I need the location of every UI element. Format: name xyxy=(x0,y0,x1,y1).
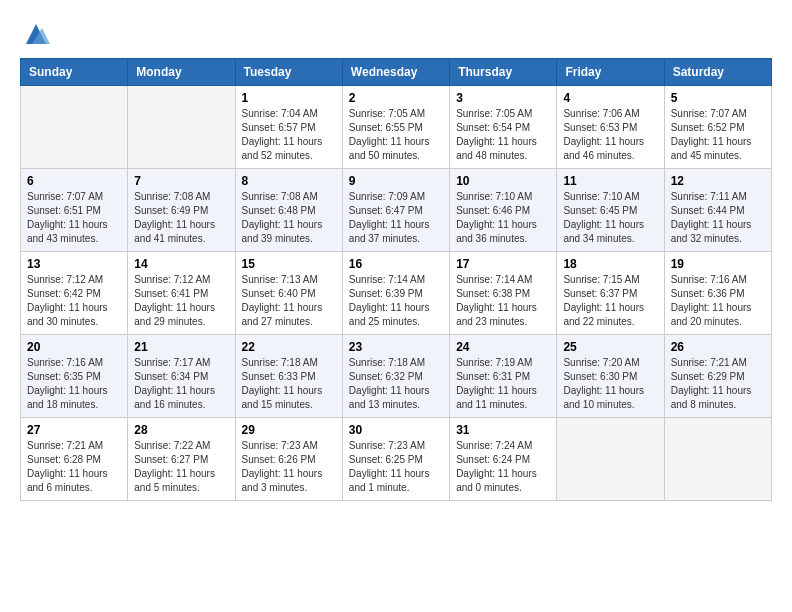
day-detail: Sunrise: 7:18 AMSunset: 6:33 PMDaylight:… xyxy=(242,357,323,410)
calendar-day-cell: 10 Sunrise: 7:10 AMSunset: 6:46 PMDaylig… xyxy=(450,169,557,252)
day-detail: Sunrise: 7:10 AMSunset: 6:45 PMDaylight:… xyxy=(563,191,644,244)
calendar-day-cell: 20 Sunrise: 7:16 AMSunset: 6:35 PMDaylig… xyxy=(21,335,128,418)
calendar-week-row: 20 Sunrise: 7:16 AMSunset: 6:35 PMDaylig… xyxy=(21,335,772,418)
calendar-day-cell: 30 Sunrise: 7:23 AMSunset: 6:25 PMDaylig… xyxy=(342,418,449,501)
day-detail: Sunrise: 7:21 AMSunset: 6:29 PMDaylight:… xyxy=(671,357,752,410)
day-number: 6 xyxy=(27,174,121,188)
calendar-week-row: 13 Sunrise: 7:12 AMSunset: 6:42 PMDaylig… xyxy=(21,252,772,335)
calendar-day-cell: 28 Sunrise: 7:22 AMSunset: 6:27 PMDaylig… xyxy=(128,418,235,501)
day-number: 18 xyxy=(563,257,657,271)
day-detail: Sunrise: 7:05 AMSunset: 6:54 PMDaylight:… xyxy=(456,108,537,161)
day-of-week-header: Monday xyxy=(128,59,235,86)
day-number: 5 xyxy=(671,91,765,105)
day-number: 8 xyxy=(242,174,336,188)
calendar-day-cell: 1 Sunrise: 7:04 AMSunset: 6:57 PMDayligh… xyxy=(235,86,342,169)
day-number: 31 xyxy=(456,423,550,437)
day-number: 9 xyxy=(349,174,443,188)
day-of-week-header: Tuesday xyxy=(235,59,342,86)
day-detail: Sunrise: 7:12 AMSunset: 6:42 PMDaylight:… xyxy=(27,274,108,327)
day-detail: Sunrise: 7:23 AMSunset: 6:25 PMDaylight:… xyxy=(349,440,430,493)
day-number: 1 xyxy=(242,91,336,105)
day-detail: Sunrise: 7:07 AMSunset: 6:52 PMDaylight:… xyxy=(671,108,752,161)
calendar-day-cell: 16 Sunrise: 7:14 AMSunset: 6:39 PMDaylig… xyxy=(342,252,449,335)
day-of-week-header: Friday xyxy=(557,59,664,86)
calendar-week-row: 27 Sunrise: 7:21 AMSunset: 6:28 PMDaylig… xyxy=(21,418,772,501)
day-detail: Sunrise: 7:09 AMSunset: 6:47 PMDaylight:… xyxy=(349,191,430,244)
day-number: 2 xyxy=(349,91,443,105)
calendar-day-cell: 15 Sunrise: 7:13 AMSunset: 6:40 PMDaylig… xyxy=(235,252,342,335)
calendar-day-cell: 4 Sunrise: 7:06 AMSunset: 6:53 PMDayligh… xyxy=(557,86,664,169)
calendar-week-row: 1 Sunrise: 7:04 AMSunset: 6:57 PMDayligh… xyxy=(21,86,772,169)
calendar-day-cell: 27 Sunrise: 7:21 AMSunset: 6:28 PMDaylig… xyxy=(21,418,128,501)
day-number: 7 xyxy=(134,174,228,188)
day-number: 19 xyxy=(671,257,765,271)
day-number: 13 xyxy=(27,257,121,271)
calendar-day-cell: 31 Sunrise: 7:24 AMSunset: 6:24 PMDaylig… xyxy=(450,418,557,501)
calendar-day-cell: 6 Sunrise: 7:07 AMSunset: 6:51 PMDayligh… xyxy=(21,169,128,252)
day-number: 29 xyxy=(242,423,336,437)
day-number: 4 xyxy=(563,91,657,105)
day-detail: Sunrise: 7:17 AMSunset: 6:34 PMDaylight:… xyxy=(134,357,215,410)
day-detail: Sunrise: 7:22 AMSunset: 6:27 PMDaylight:… xyxy=(134,440,215,493)
day-number: 20 xyxy=(27,340,121,354)
calendar-day-cell: 14 Sunrise: 7:12 AMSunset: 6:41 PMDaylig… xyxy=(128,252,235,335)
calendar-day-cell: 13 Sunrise: 7:12 AMSunset: 6:42 PMDaylig… xyxy=(21,252,128,335)
calendar-day-cell: 11 Sunrise: 7:10 AMSunset: 6:45 PMDaylig… xyxy=(557,169,664,252)
day-detail: Sunrise: 7:10 AMSunset: 6:46 PMDaylight:… xyxy=(456,191,537,244)
day-number: 14 xyxy=(134,257,228,271)
day-number: 25 xyxy=(563,340,657,354)
day-detail: Sunrise: 7:16 AMSunset: 6:36 PMDaylight:… xyxy=(671,274,752,327)
day-detail: Sunrise: 7:07 AMSunset: 6:51 PMDaylight:… xyxy=(27,191,108,244)
calendar-day-cell: 18 Sunrise: 7:15 AMSunset: 6:37 PMDaylig… xyxy=(557,252,664,335)
calendar-day-cell: 29 Sunrise: 7:23 AMSunset: 6:26 PMDaylig… xyxy=(235,418,342,501)
day-detail: Sunrise: 7:21 AMSunset: 6:28 PMDaylight:… xyxy=(27,440,108,493)
calendar-day-cell: 8 Sunrise: 7:08 AMSunset: 6:48 PMDayligh… xyxy=(235,169,342,252)
calendar-day-cell: 5 Sunrise: 7:07 AMSunset: 6:52 PMDayligh… xyxy=(664,86,771,169)
day-detail: Sunrise: 7:19 AMSunset: 6:31 PMDaylight:… xyxy=(456,357,537,410)
day-detail: Sunrise: 7:13 AMSunset: 6:40 PMDaylight:… xyxy=(242,274,323,327)
logo-icon xyxy=(22,20,50,48)
day-detail: Sunrise: 7:15 AMSunset: 6:37 PMDaylight:… xyxy=(563,274,644,327)
day-number: 16 xyxy=(349,257,443,271)
day-of-week-header: Wednesday xyxy=(342,59,449,86)
day-number: 22 xyxy=(242,340,336,354)
day-detail: Sunrise: 7:23 AMSunset: 6:26 PMDaylight:… xyxy=(242,440,323,493)
day-detail: Sunrise: 7:16 AMSunset: 6:35 PMDaylight:… xyxy=(27,357,108,410)
day-detail: Sunrise: 7:08 AMSunset: 6:49 PMDaylight:… xyxy=(134,191,215,244)
day-of-week-header: Sunday xyxy=(21,59,128,86)
page-header xyxy=(20,20,772,42)
day-detail: Sunrise: 7:14 AMSunset: 6:38 PMDaylight:… xyxy=(456,274,537,327)
calendar-day-cell: 17 Sunrise: 7:14 AMSunset: 6:38 PMDaylig… xyxy=(450,252,557,335)
calendar-day-cell: 25 Sunrise: 7:20 AMSunset: 6:30 PMDaylig… xyxy=(557,335,664,418)
calendar-day-cell: 2 Sunrise: 7:05 AMSunset: 6:55 PMDayligh… xyxy=(342,86,449,169)
day-number: 21 xyxy=(134,340,228,354)
calendar-day-cell: 9 Sunrise: 7:09 AMSunset: 6:47 PMDayligh… xyxy=(342,169,449,252)
calendar-day-cell: 21 Sunrise: 7:17 AMSunset: 6:34 PMDaylig… xyxy=(128,335,235,418)
calendar-day-cell xyxy=(128,86,235,169)
day-detail: Sunrise: 7:12 AMSunset: 6:41 PMDaylight:… xyxy=(134,274,215,327)
calendar-day-cell xyxy=(664,418,771,501)
calendar-table: SundayMondayTuesdayWednesdayThursdayFrid… xyxy=(20,58,772,501)
day-number: 11 xyxy=(563,174,657,188)
day-number: 27 xyxy=(27,423,121,437)
day-number: 15 xyxy=(242,257,336,271)
calendar-day-cell: 26 Sunrise: 7:21 AMSunset: 6:29 PMDaylig… xyxy=(664,335,771,418)
day-number: 12 xyxy=(671,174,765,188)
calendar-day-cell: 24 Sunrise: 7:19 AMSunset: 6:31 PMDaylig… xyxy=(450,335,557,418)
day-detail: Sunrise: 7:14 AMSunset: 6:39 PMDaylight:… xyxy=(349,274,430,327)
calendar-day-cell: 3 Sunrise: 7:05 AMSunset: 6:54 PMDayligh… xyxy=(450,86,557,169)
day-detail: Sunrise: 7:11 AMSunset: 6:44 PMDaylight:… xyxy=(671,191,752,244)
day-detail: Sunrise: 7:04 AMSunset: 6:57 PMDaylight:… xyxy=(242,108,323,161)
day-detail: Sunrise: 7:08 AMSunset: 6:48 PMDaylight:… xyxy=(242,191,323,244)
day-number: 23 xyxy=(349,340,443,354)
calendar-week-row: 6 Sunrise: 7:07 AMSunset: 6:51 PMDayligh… xyxy=(21,169,772,252)
logo xyxy=(20,20,50,42)
calendar-header-row: SundayMondayTuesdayWednesdayThursdayFrid… xyxy=(21,59,772,86)
day-detail: Sunrise: 7:20 AMSunset: 6:30 PMDaylight:… xyxy=(563,357,644,410)
day-number: 17 xyxy=(456,257,550,271)
calendar-day-cell xyxy=(557,418,664,501)
day-number: 30 xyxy=(349,423,443,437)
day-of-week-header: Saturday xyxy=(664,59,771,86)
calendar-day-cell: 23 Sunrise: 7:18 AMSunset: 6:32 PMDaylig… xyxy=(342,335,449,418)
day-detail: Sunrise: 7:18 AMSunset: 6:32 PMDaylight:… xyxy=(349,357,430,410)
